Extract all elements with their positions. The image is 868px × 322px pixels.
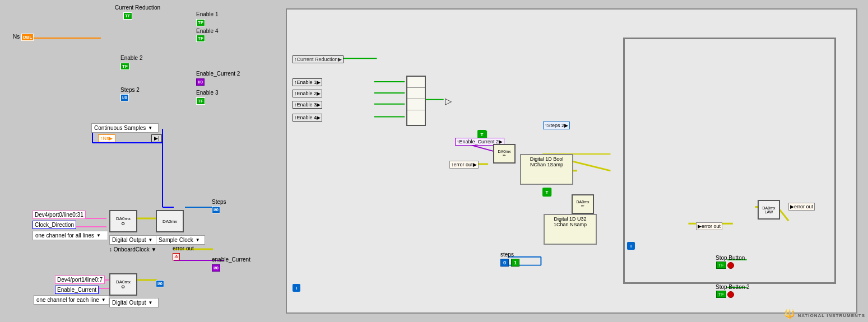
enable3-label: Enable 3 bbox=[196, 90, 218, 96]
one-channel-all-arrow: ▼ bbox=[96, 233, 101, 238]
steps2-i32[interactable]: I/0 bbox=[120, 94, 129, 101]
sample-clock-label: Sample Clock bbox=[159, 237, 193, 243]
continuous-samples-arrow: ▼ bbox=[148, 125, 152, 130]
ns-dbl[interactable]: DBL bbox=[21, 34, 34, 41]
array-row2 bbox=[407, 88, 425, 99]
array-block bbox=[406, 76, 426, 126]
one-channel-each-arrow: ▼ bbox=[101, 297, 106, 302]
digital-output-dropdown1[interactable]: Digital Output ▼ bbox=[109, 235, 159, 245]
ni-logo: 🔱 NATIONAL INSTRUMENTS bbox=[784, 309, 865, 319]
steps2-label: Steps 2 bbox=[120, 87, 140, 93]
enable2-label: Enable 2 bbox=[120, 55, 142, 61]
stop-button2-tf[interactable]: TF bbox=[716, 291, 726, 298]
enable3-node: ↑Enable 3▶ bbox=[293, 101, 322, 109]
digital-1d-bool-label: Digital 1D Bool NChan 1Samp bbox=[522, 156, 571, 167]
steps2-node: ↑Steps 2▶ bbox=[543, 122, 570, 129]
digital-output-dropdown2[interactable]: Digital Output ▼ bbox=[109, 298, 159, 307]
canvas: Current Reduction TF Enable 1 TF Enable … bbox=[0, 0, 868, 322]
daqmx-block1[interactable]: DA0mx⚙ bbox=[109, 210, 137, 232]
enable-current2-block[interactable]: I/0 bbox=[196, 78, 205, 86]
stop-button2-led[interactable] bbox=[727, 291, 734, 298]
enable1-node: ↑Enable 1▶ bbox=[293, 78, 322, 86]
error-out-node-right: ↑error out▶ bbox=[449, 161, 479, 169]
right-panel: ↑Current Reduction▶ ↑Enable 1▶ ↑Enable 2… bbox=[286, 8, 857, 314]
daqmx-bool-block[interactable]: DA0mx✏ bbox=[493, 144, 516, 164]
digital-1d-bool-block[interactable]: Digital 1D Bool NChan 1Samp bbox=[520, 154, 573, 185]
array-row4 bbox=[407, 110, 425, 122]
array-row3 bbox=[407, 99, 425, 110]
error-out-block-left: ⚠ bbox=[173, 253, 180, 260]
enable-current-block-left[interactable]: I/0 bbox=[212, 264, 220, 272]
enable2-node: ↑Enable 2▶ bbox=[293, 90, 322, 97]
daqmx-bool-label: DA0mx✏ bbox=[498, 150, 511, 158]
sample-clock-arrow: ▼ bbox=[196, 237, 200, 242]
t-indicator2: T bbox=[542, 188, 551, 197]
dev4-port0-block: Dev4/port0/line0:31 bbox=[33, 211, 86, 219]
steps-i32[interactable]: I/0 bbox=[212, 206, 220, 213]
enable3-tf[interactable]: TF bbox=[196, 97, 205, 105]
enable4-label: Enable 4 bbox=[196, 28, 218, 34]
steps-right-label: steps bbox=[500, 251, 514, 258]
ns-label: Ns bbox=[13, 34, 20, 40]
daqmx-label-bottom: DA0mx⚙ bbox=[116, 279, 131, 290]
sample-clock-dropdown[interactable]: Sample Clock ▼ bbox=[156, 235, 205, 245]
i-indicator: i bbox=[627, 242, 635, 250]
stop-button-led[interactable] bbox=[727, 262, 734, 269]
daqmx-block-bottom[interactable]: DA0mx⚙ bbox=[109, 273, 137, 296]
stop-button2-label: Stop Button 2 bbox=[716, 284, 750, 290]
enable4-node: ↑Enable 4▶ bbox=[293, 114, 322, 122]
steps-1-block[interactable]: 1 bbox=[511, 259, 519, 267]
one-channel-all-dropdown[interactable]: one channel for all lines ▼ bbox=[33, 231, 108, 240]
daqmx-label2: DA0mx bbox=[163, 219, 177, 224]
digital-1d-u32-block[interactable]: Digital 1D U32 1Chan NSamp bbox=[544, 214, 597, 245]
enable1-label: Enable 1 bbox=[196, 11, 218, 17]
array-row1 bbox=[407, 77, 425, 88]
digital-output-arrow1: ▼ bbox=[148, 237, 153, 242]
enable1-tf[interactable]: TF bbox=[196, 19, 205, 26]
i32-bottom[interactable]: I/0 bbox=[156, 280, 164, 287]
ni-logo-text: 🔱 NATIONAL INSTRUMENTS bbox=[784, 309, 865, 319]
dev4-port1-block: Dev4/port1/line0:7 bbox=[55, 276, 105, 284]
stop-button-container: TF bbox=[716, 262, 734, 269]
steps-label: Steps bbox=[212, 199, 226, 205]
enable-current-label-left: enable_Current bbox=[212, 256, 250, 263]
daqmx-label1: DA0mx⚙ bbox=[116, 216, 131, 226]
daqmx-block2-label: DA0mx✏ bbox=[577, 200, 590, 208]
one-channel-each-label: one channel for each line bbox=[36, 297, 99, 303]
digital-1d-u32-label: Digital 1D U32 1Chan NSamp bbox=[546, 216, 595, 227]
stop-button2-container: TF bbox=[716, 291, 734, 298]
current-reduction-tf[interactable]: TF bbox=[123, 12, 132, 20]
enable2-tf[interactable]: TF bbox=[120, 63, 129, 70]
stop-button-tf[interactable]: TF bbox=[716, 262, 726, 269]
one-channel-all-label: one channel for all lines bbox=[35, 232, 94, 239]
ns-node: ↑Ns▶ bbox=[98, 134, 115, 142]
current-reduction-node: ↑Current Reduction▶ bbox=[293, 55, 344, 63]
i-indicator-bottom: i bbox=[293, 284, 300, 292]
buffer-triangle: ▷ bbox=[445, 96, 452, 106]
error-out-right: ▶error out bbox=[696, 222, 722, 230]
one-channel-each-dropdown[interactable]: one channel for each line ▼ bbox=[34, 295, 109, 305]
digital-output-label1: Digital Output bbox=[112, 237, 146, 243]
daqmx-block2[interactable]: DA0mx bbox=[156, 210, 184, 232]
error-out-far-right: ▶error out bbox=[788, 203, 815, 211]
daqmx-rightmost[interactable]: DA0mxLAW bbox=[758, 200, 780, 220]
enable-current2-label: Enable_Current 2 bbox=[196, 71, 240, 77]
daqmx-block2-right[interactable]: DA0mx✏ bbox=[572, 194, 594, 214]
clock-direction-block: Clock_Direction bbox=[33, 221, 76, 229]
digital-output-arrow2: ▼ bbox=[148, 300, 153, 305]
stop-button-label: Stop Button bbox=[716, 255, 745, 261]
enable4-tf[interactable]: TF bbox=[196, 35, 205, 42]
continuous-samples-label: Continuous Samples bbox=[94, 125, 146, 131]
daqmx-rightmost-label: DA0mxLAW bbox=[763, 206, 776, 214]
onboard-clock: ↕ OnboardClock ▼ bbox=[109, 246, 156, 253]
continuous-samples-dropdown[interactable]: Continuous Samples ▼ bbox=[91, 123, 159, 133]
enable-current-main: Enable_Current bbox=[55, 286, 99, 294]
forward-btn[interactable]: ▶| bbox=[151, 134, 162, 142]
steps-0-block[interactable]: 0 bbox=[500, 259, 509, 267]
error-out-left-label: error out bbox=[173, 245, 194, 251]
current-reduction-label: Current Reduction bbox=[115, 4, 160, 11]
while-loop bbox=[623, 38, 836, 284]
digital-output-label2: Digital Output bbox=[112, 300, 146, 306]
